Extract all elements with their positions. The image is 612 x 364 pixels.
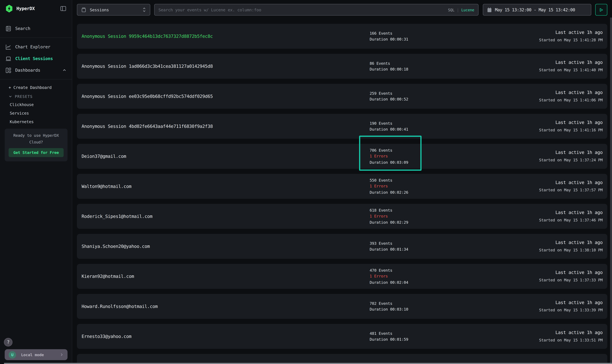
sidebar-item-label: Dashboards — [15, 68, 40, 73]
sql-mode-toggle[interactable]: SQL — [448, 8, 455, 12]
session-row[interactable]: Anonymous Session ee03c95e0b68cffd92bc57… — [77, 84, 607, 109]
session-started: Started on May 15 1:37:46 PM — [526, 216, 603, 224]
session-row[interactable]: Ernesto33@yahoo.com 481 Events Duration … — [77, 324, 607, 349]
session-events: 618 Events — [370, 207, 526, 213]
chevron-up-icon — [62, 68, 66, 72]
source-select[interactable]: Sessions — [77, 4, 150, 16]
session-started: Started on May 15 1:37:24 PM — [526, 156, 603, 164]
session-started: Started on May 15 1:37:33 PM — [526, 276, 603, 284]
session-events: 706 Events — [370, 147, 526, 153]
session-events: 481 Events — [370, 330, 526, 337]
local-mode-label: Local mode — [21, 352, 60, 357]
presets-toggle[interactable]: PRESETS — [0, 91, 72, 100]
help-button[interactable]: ? — [4, 338, 13, 347]
session-times: Last active 1h ago Started on May 15 1:3… — [526, 329, 607, 344]
session-row[interactable]: Anonymous Session 1ad066d3c3b41cea381127… — [77, 54, 607, 79]
local-mode-menu[interactable]: U Local mode — [5, 349, 68, 360]
sidebar-item-label: Search — [15, 26, 30, 31]
date-range-picker[interactable]: May 15 13:32:00 - May 15 13:42:00 — [483, 4, 591, 16]
session-started: Started on May 15 1:41:06 PM — [526, 96, 603, 104]
session-row[interactable]: Anonymous Session 9959c464b13dc7637327d8… — [77, 24, 607, 49]
session-row[interactable]: Shaniya.Schoen20@yahoo.com 393 Events Du… — [77, 234, 607, 259]
session-times: Last active 1h ago Started on May 15 1:3… — [526, 149, 607, 164]
topbar: Sessions Search your events w/ Lucene ex… — [77, 4, 607, 16]
horizontal-scrollbar[interactable] — [4, 363, 612, 364]
session-duration: Duration 00:00:31 — [370, 36, 526, 42]
session-stats: 86 Events Duration 00:00:18 — [370, 60, 526, 72]
run-query-button[interactable] — [595, 4, 607, 16]
database-icon — [81, 7, 86, 12]
laptop-icon — [5, 55, 11, 61]
session-stats: 618 Events 1 Errors Duration 00:02:29 — [370, 207, 526, 225]
get-started-button[interactable]: Get Started for Free — [9, 148, 64, 157]
session-last-active: Last active 1h ago — [526, 239, 603, 246]
search-input[interactable]: Search your events w/ Lucene ex. column:… — [154, 4, 478, 16]
session-row[interactable]: Deion37@gmail.com 706 Events 1 Errors Du… — [77, 144, 607, 169]
preset-services[interactable]: Services — [0, 109, 72, 117]
session-stats: 393 Events Duration 00:01:34 — [370, 240, 526, 252]
session-row[interactable]: Anonymous Session 4bd02fe6643aaf44e711f6… — [77, 114, 607, 139]
session-times: Last active 1h ago Started on May 15 1:3… — [526, 209, 607, 224]
session-started: Started on May 15 1:33:51 PM — [526, 336, 603, 344]
session-row[interactable]: Kieran92@hotmail.com 470 Events 1 Errors… — [77, 264, 607, 289]
sidebar-item-search[interactable]: Search — [0, 23, 72, 34]
cloud-promo-text: Ready to use HyperDX — [5, 132, 68, 139]
session-times: Last active 1h ago Started on May 15 1:4… — [526, 89, 607, 104]
session-errors: 1 Errors — [370, 213, 526, 219]
lucene-mode-toggle[interactable]: Lucene — [461, 8, 474, 12]
chart-icon — [5, 44, 11, 50]
date-range-value: May 15 13:32:00 - May 15 13:42:00 — [495, 7, 575, 12]
session-last-active: Last active 1h ago — [526, 329, 603, 337]
session-duration: Duration 00:03:09 — [370, 159, 526, 165]
sidebar-divider — [0, 38, 72, 38]
sidebar-item-dashboards[interactable]: Dashboards — [0, 64, 72, 76]
session-stats: 706 Events 1 Errors Duration 00:03:09 — [370, 147, 526, 165]
session-times: Last active 1h ago Started on May 15 1:3… — [526, 239, 607, 254]
cloud-promo-card: Ready to use HyperDX Cloud? Get Started … — [5, 129, 68, 161]
session-last-active: Last active 1h ago — [526, 179, 603, 186]
session-stats: 190 Events Duration 00:00:41 — [370, 120, 526, 132]
session-title: Anonymous Session 9959c464b13dc7637327d8… — [77, 34, 370, 39]
session-row[interactable]: Pearl43@hotmail.com 554 Events Last acti… — [77, 354, 607, 364]
session-duration: Duration 00:01:59 — [370, 336, 526, 342]
session-errors: 1 Errors — [370, 273, 526, 279]
sidebar-item-chart-explorer[interactable]: Chart Explorer — [0, 41, 72, 53]
session-duration: Duration 00:02:29 — [370, 219, 526, 225]
create-dashboard-button[interactable]: + Create Dashboard — [0, 83, 72, 91]
session-row[interactable]: Howard.Runolfsson@hotmail.com 702 Events… — [77, 294, 607, 319]
session-duration: Duration 00:00:18 — [370, 66, 526, 72]
session-duration: Duration 00:01:34 — [370, 246, 526, 252]
session-times: Last active 1h ago Started on May 15 1:3… — [526, 269, 607, 284]
session-errors: 1 Errors — [370, 153, 526, 159]
session-last-active: Last active 1h ago — [526, 299, 603, 306]
session-times: Last active 1h ago Started on May 15 1:3… — [526, 299, 607, 314]
select-arrows-icon — [142, 7, 146, 13]
session-title: Anonymous Session 1ad066d3c3b41cea381127… — [77, 64, 370, 69]
session-stats: 470 Events 1 Errors Duration 00:02:04 — [370, 267, 526, 286]
sidebar-collapse-icon[interactable] — [60, 5, 67, 12]
preset-clickhouse[interactable]: Clickhouse — [0, 100, 72, 109]
grid-icon — [5, 67, 11, 73]
sidebar-divider — [0, 79, 72, 79]
session-row[interactable]: Roderick_Sipes1@hotmail.com 618 Events 1… — [77, 204, 607, 229]
session-started: Started on May 15 1:41:40 PM — [526, 66, 603, 74]
session-times: Last active 1h ago Started on May 15 1:4… — [526, 119, 607, 134]
session-times: Last active 1h ago Started on May 15 1:3… — [526, 179, 607, 194]
preset-kubernetes[interactable]: Kubernetes — [0, 117, 72, 126]
journal-icon — [5, 26, 11, 31]
app-window: HyperDX Search Chart Explorer — [0, 0, 612, 364]
sidebar-item-client-sessions[interactable]: Client Sessions — [0, 53, 72, 64]
session-list: Anonymous Session 9959c464b13dc7637327d8… — [77, 24, 607, 364]
chevron-right-icon — [60, 353, 64, 357]
session-stats: 259 Events Duration 00:00:52 — [370, 90, 526, 102]
session-events: 393 Events — [370, 240, 526, 246]
session-started: Started on May 15 1:33:39 PM — [526, 306, 603, 314]
session-title: Howard.Runolfsson@hotmail.com — [77, 304, 370, 309]
session-errors: 1 Errors — [370, 183, 526, 189]
session-row[interactable]: Walton9@hotmail.com 550 Events 1 Errors … — [77, 174, 607, 199]
session-title: Roderick_Sipes1@hotmail.com — [77, 214, 370, 219]
session-stats: 702 Events Duration 00:03:10 — [370, 300, 526, 312]
session-times: Last active 1h ago Started on May 15 1:4… — [526, 29, 607, 44]
session-events: 702 Events — [370, 300, 526, 306]
vertical-scrollbar[interactable] — [610, 17, 612, 364]
